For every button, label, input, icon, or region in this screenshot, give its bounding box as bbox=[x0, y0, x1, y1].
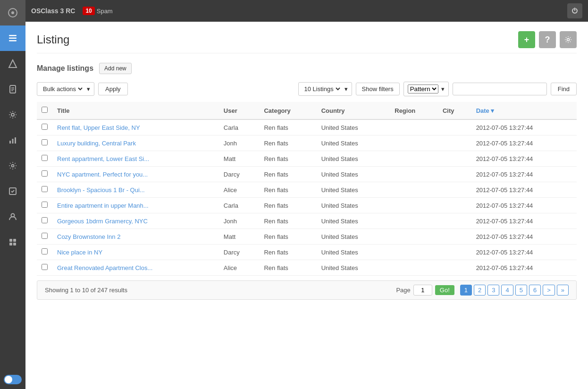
row-date-1: 2012-07-05 13:27:44 bbox=[471, 135, 577, 151]
row-country-2: United States bbox=[317, 151, 390, 167]
table-row: NYC apartment. Perfect for you... Darcy … bbox=[37, 167, 577, 182]
row-checkbox-3[interactable] bbox=[42, 170, 48, 177]
row-checkbox-7[interactable] bbox=[42, 233, 48, 239]
spam-badge[interactable]: 10 bbox=[83, 7, 94, 15]
pattern-select[interactable]: Pattern bbox=[408, 85, 438, 93]
sidebar-item-categories[interactable] bbox=[0, 51, 25, 76]
page-link-4[interactable]: 4 bbox=[501, 285, 513, 296]
sidebar-item-listings[interactable] bbox=[0, 25, 25, 51]
page-link-6[interactable]: 6 bbox=[529, 285, 541, 296]
row-date-3: 2012-07-05 13:27:44 bbox=[471, 167, 577, 182]
count-dropdown-arrow-icon: ▾ bbox=[344, 85, 348, 93]
listing-link-8[interactable]: Nice place in NY bbox=[57, 249, 102, 256]
col-country: Country bbox=[317, 102, 390, 119]
settings-button[interactable] bbox=[560, 31, 577, 48]
sidebar-item-tools[interactable] bbox=[0, 102, 25, 127]
sidebar-item-pages[interactable] bbox=[0, 76, 25, 102]
row-checkbox-8[interactable] bbox=[42, 248, 48, 254]
row-user-8: Darcy bbox=[219, 245, 260, 260]
pattern-dropdown-arrow-icon: ▾ bbox=[441, 85, 445, 93]
row-checkbox-cell-7[interactable] bbox=[37, 229, 52, 245]
bulk-actions-dropdown[interactable]: Bulk actions ▾ bbox=[37, 82, 94, 96]
row-city-4 bbox=[438, 182, 471, 198]
svg-rect-13 bbox=[15, 137, 16, 144]
sidebar-item-settings[interactable] bbox=[0, 153, 25, 178]
select-all-checkbox[interactable] bbox=[42, 107, 48, 113]
row-checkbox-cell-4[interactable] bbox=[37, 182, 52, 198]
listing-link-6[interactable]: Gorgeous 1bdrm Gramercy, NYC bbox=[57, 218, 148, 225]
row-category-8: Ren flats bbox=[259, 245, 316, 260]
listing-link-4[interactable]: Brooklyn - Spacious 1 Br - Qui... bbox=[57, 186, 145, 194]
table-row: Brooklyn - Spacious 1 Br - Qui... Alice … bbox=[37, 182, 577, 198]
row-date-9: 2012-07-05 13:27:44 bbox=[471, 260, 577, 276]
listings-count-dropdown[interactable]: 10 Listings ▾ bbox=[298, 82, 352, 96]
sidebar-item-dashboard[interactable] bbox=[0, 0, 25, 25]
sidebar-toggle[interactable] bbox=[4, 375, 22, 384]
row-checkbox-cell-2[interactable] bbox=[37, 151, 52, 167]
page-link-»[interactable]: » bbox=[557, 285, 569, 296]
row-checkbox-cell-1[interactable] bbox=[37, 135, 52, 151]
row-checkbox-cell-9[interactable] bbox=[37, 260, 52, 276]
col-date[interactable]: Date ▾ bbox=[471, 102, 577, 119]
pattern-dropdown[interactable]: Pattern ▾ bbox=[403, 82, 449, 96]
listing-link-5[interactable]: Entire apartment in upper Manh... bbox=[57, 202, 149, 209]
row-title-6: Gorgeous 1bdrm Gramercy, NYC bbox=[52, 213, 219, 229]
row-checkbox-9[interactable] bbox=[42, 264, 48, 270]
sidebar-item-users[interactable] bbox=[0, 204, 25, 229]
main-area: OSClass 3 RC 10 Spam Listing + ? bbox=[25, 0, 588, 389]
row-country-1: United States bbox=[317, 135, 390, 151]
bulk-actions-select[interactable]: Bulk actions bbox=[41, 85, 84, 93]
row-checkbox-cell-0[interactable] bbox=[37, 119, 52, 135]
row-country-6: United States bbox=[317, 213, 390, 229]
listings-count-select[interactable]: 10 Listings bbox=[302, 85, 342, 93]
row-checkbox-1[interactable] bbox=[42, 139, 48, 145]
sidebar-item-extensions[interactable] bbox=[0, 229, 25, 255]
sidebar-item-stats[interactable] bbox=[0, 127, 25, 153]
page-link-2[interactable]: 2 bbox=[474, 285, 486, 296]
add-button[interactable]: + bbox=[518, 31, 535, 48]
listing-link-1[interactable]: Luxury building, Central Park bbox=[57, 140, 136, 147]
listing-link-0[interactable]: Rent flat, Upper East Side, NY bbox=[57, 124, 140, 131]
select-all-cell[interactable] bbox=[37, 102, 52, 119]
row-checkbox-0[interactable] bbox=[42, 124, 48, 130]
svg-rect-12 bbox=[12, 139, 14, 144]
row-checkbox-cell-5[interactable] bbox=[37, 198, 52, 213]
row-user-4: Alice bbox=[219, 182, 260, 198]
listing-link-7[interactable]: Cozy Brownstone Inn 2 bbox=[57, 233, 120, 240]
listing-link-9[interactable]: Great Renovated Apartment Clos... bbox=[57, 264, 152, 271]
apply-button[interactable]: Apply bbox=[98, 83, 128, 95]
row-date-0: 2012-07-05 13:27:44 bbox=[471, 119, 577, 135]
row-region-0 bbox=[390, 119, 438, 135]
add-new-button[interactable]: Add new bbox=[99, 63, 132, 74]
row-checkbox-5[interactable] bbox=[42, 202, 48, 208]
page-link-5[interactable]: 5 bbox=[515, 285, 527, 296]
row-title-3: NYC apartment. Perfect for you... bbox=[52, 167, 219, 182]
page-link-1[interactable]: 1 bbox=[460, 285, 472, 296]
page-input-area: Page Go! bbox=[396, 285, 454, 296]
row-checkbox-2[interactable] bbox=[42, 155, 48, 161]
toggle-switch[interactable] bbox=[4, 375, 22, 384]
page-number-input[interactable] bbox=[413, 285, 432, 296]
help-button[interactable]: ? bbox=[539, 31, 556, 48]
row-checkbox-cell-3[interactable] bbox=[37, 167, 52, 182]
table-row: Great Renovated Apartment Clos... Alice … bbox=[37, 260, 577, 276]
listing-link-3[interactable]: NYC apartment. Perfect for you... bbox=[57, 171, 148, 178]
topbar: OSClass 3 RC 10 Spam bbox=[25, 0, 588, 22]
pagination-bar: Showing 1 to 10 of 247 results Page Go! … bbox=[37, 280, 577, 300]
row-checkbox-6[interactable] bbox=[42, 217, 48, 223]
row-checkbox-cell-6[interactable] bbox=[37, 213, 52, 229]
show-filters-button[interactable]: Show filters bbox=[356, 83, 400, 95]
table-row: Cozy Brownstone Inn 2 Matt Ren flats Uni… bbox=[37, 229, 577, 245]
sidebar-item-reports[interactable] bbox=[0, 178, 25, 204]
power-button[interactable] bbox=[567, 3, 582, 18]
go-button[interactable]: Go! bbox=[435, 285, 454, 295]
page-link->[interactable]: > bbox=[543, 285, 555, 296]
spam-label[interactable]: Spam bbox=[97, 8, 113, 15]
row-checkbox-4[interactable] bbox=[42, 186, 48, 192]
row-title-9: Great Renovated Apartment Clos... bbox=[52, 260, 219, 276]
row-checkbox-cell-8[interactable] bbox=[37, 245, 52, 260]
search-input[interactable] bbox=[453, 83, 547, 95]
page-link-3[interactable]: 3 bbox=[487, 285, 499, 296]
listing-link-2[interactable]: Rent appartment, Lower East Si... bbox=[57, 155, 149, 162]
find-button[interactable]: Find bbox=[551, 83, 577, 95]
